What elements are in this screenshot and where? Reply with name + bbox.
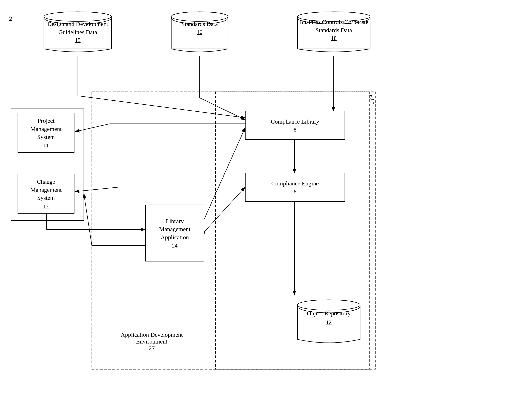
library-mgmt-ref: 24 bbox=[172, 242, 178, 249]
db-design: Design and DevelopmentGuidelines Data 15 bbox=[43, 9, 112, 55]
svg-line-13 bbox=[204, 187, 245, 232]
svg-line-9 bbox=[200, 98, 245, 120]
db-design-ref: 15 bbox=[43, 37, 112, 43]
svg-line-20 bbox=[75, 187, 120, 192]
box-compliance-engine: Compliance Engine 6 bbox=[245, 173, 345, 202]
svg-line-14 bbox=[204, 128, 245, 219]
svg-line-16 bbox=[84, 194, 92, 246]
change-mgmt-ref: 17 bbox=[43, 203, 49, 210]
db-business-ref: 18 bbox=[297, 35, 371, 41]
diagram: 7 bbox=[0, 0, 532, 395]
db-standards: Standards Data 10 bbox=[171, 9, 229, 55]
box-project-mgmt: ProjectManagementSystem 11 bbox=[17, 113, 74, 153]
change-mgmt-label: ChangeManagementSystem bbox=[30, 178, 62, 202]
compliance-engine-label: Compliance Engine bbox=[271, 179, 318, 188]
db-standards-label: Standards Data bbox=[171, 20, 229, 28]
library-mgmt-label: LibraryManagementApplication bbox=[159, 217, 190, 241]
db-business-label: Business Controls/CorporateStandards Dat… bbox=[297, 18, 371, 34]
svg-text:7: 7 bbox=[370, 94, 373, 100]
svg-line-18 bbox=[75, 124, 110, 132]
svg-point-34 bbox=[297, 300, 360, 310]
svg-line-7 bbox=[78, 96, 245, 118]
box-compliance-library: Compliance Library 8 bbox=[245, 111, 345, 140]
box-change-mgmt: ChangeManagementSystem 17 bbox=[17, 174, 74, 214]
db-object-label: Object Repository bbox=[297, 309, 361, 318]
compliance-engine-ref: 6 bbox=[294, 188, 296, 195]
ade-label: Application DevelopmentEnvironment27 bbox=[110, 331, 194, 352]
project-mgmt-label: ProjectManagementSystem bbox=[30, 117, 62, 141]
db-object: Object Repository 12 bbox=[297, 297, 361, 347]
db-object-ref: 12 bbox=[297, 319, 361, 326]
db-design-label: Design and DevelopmentGuidelines Data bbox=[43, 20, 112, 36]
diagram-ref-label: 2 bbox=[9, 15, 12, 22]
compliance-library-label: Compliance Library bbox=[271, 118, 319, 126]
compliance-library-ref: 8 bbox=[294, 126, 296, 133]
box-library-mgmt: LibraryManagementApplication 24 bbox=[145, 205, 204, 262]
db-standards-ref: 10 bbox=[171, 29, 229, 35]
project-mgmt-ref: 11 bbox=[43, 142, 49, 149]
db-business: Business Controls/CorporateStandards Dat… bbox=[297, 9, 371, 55]
